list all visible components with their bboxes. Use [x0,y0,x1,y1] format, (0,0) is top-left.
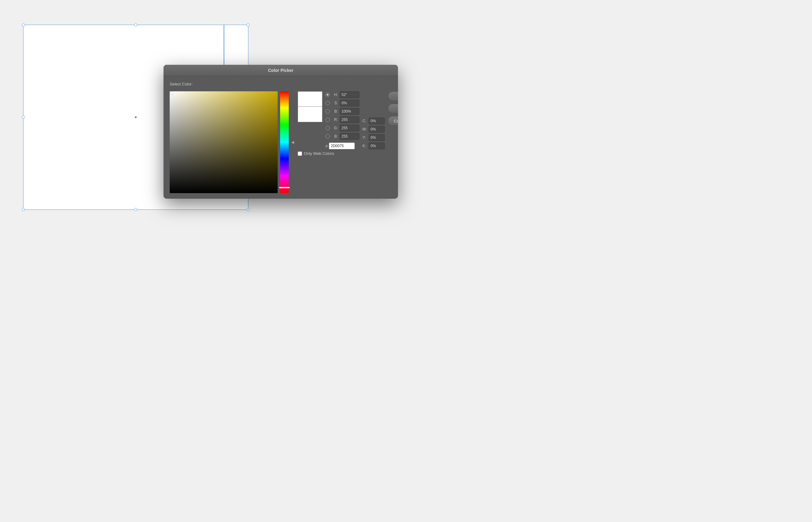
k-input[interactable] [369,142,385,149]
preview-section [298,91,322,122]
handle-bc[interactable] [134,208,137,211]
b2-input[interactable] [340,133,360,140]
hsb-rgb-fields: H: S: B: [325,91,360,149]
radio-g[interactable] [325,126,330,130]
cmyk-row-k: K: [363,142,385,149]
handle-br[interactable] [246,208,249,211]
select-color-label: Select Color: [170,82,392,86]
handle-tc[interactable] [134,23,137,26]
buttons-section: OK Cancel Color Swatches [388,91,398,126]
spectrum-cursor [279,187,290,188]
cmyk-row-y: Y: [363,134,385,141]
handle-tr[interactable] [246,23,249,26]
m-input[interactable] [369,126,385,133]
radio-h[interactable] [325,93,330,97]
dialog-titlebar: Color Picker [163,65,398,76]
dialog-body: Select Color: ◀ [163,76,398,199]
gradient-picker[interactable] [170,91,278,193]
radio-s[interactable] [325,101,330,105]
fields-and-cmyk: H: S: B: [325,91,385,149]
field-row-h: H: [325,91,360,98]
color-swatches-button[interactable]: Color Swatches [388,116,398,126]
cmyk-fields: C: M: Y: [363,91,385,149]
field-row-b2: B: [325,133,360,140]
y-input[interactable] [369,134,385,141]
radio-b2[interactable] [325,134,330,139]
right-top: H: S: B: [298,91,398,149]
spectrum-bar[interactable] [280,91,289,193]
picker-left: ◀ [170,91,294,193]
bottom-row: Only Web Colors [298,151,398,156]
spectrum-arrow-icon: ◀ [291,140,294,144]
handle-bl[interactable] [22,208,25,211]
field-row-r: R: [325,116,360,123]
handle-tl[interactable] [22,23,25,26]
hex-input[interactable] [329,142,355,149]
swatch-current [298,107,322,122]
m-label: M: [363,127,367,132]
canvas-area [0,0,812,522]
picker-main: ◀ [170,91,392,193]
r-input[interactable] [340,116,360,123]
field-row-g: G: [325,125,360,132]
cancel-button[interactable]: Cancel [388,104,398,114]
c-input[interactable] [369,118,385,124]
s-label: S: [332,101,338,105]
only-web-colors-label: Only Web Colors [304,151,334,156]
gradient-canvas[interactable] [170,91,278,193]
field-row-s: S: [325,100,360,106]
field-row-b: B: [325,108,360,115]
c-label: C: [363,119,367,123]
picker-right: H: S: B: [298,91,398,156]
cmyk-row-c: C: [363,118,385,124]
cmyk-row-m: M: [363,126,385,133]
center-dot [135,116,137,118]
dialog-title: Color Picker [268,68,293,73]
b2-label: B: [332,134,338,139]
hex-hash: # [325,144,328,148]
only-web-colors-checkbox[interactable] [298,152,302,156]
swatch-new [298,91,322,107]
hex-row: # [325,142,360,149]
k-label: K: [363,144,367,148]
gradient-cursor [170,92,173,95]
r-label: R: [332,118,338,122]
h-label: H: [332,93,338,97]
b-input[interactable] [340,108,360,115]
s-input[interactable] [340,100,360,106]
spectrum-arrow-container: ◀ [291,91,294,193]
handle-ml[interactable] [22,116,25,119]
radio-b[interactable] [325,109,330,114]
y-label: Y: [363,136,367,140]
b-label: B: [332,109,338,114]
ok-button[interactable]: OK [388,91,398,101]
g-label: G: [332,126,338,130]
color-picker-dialog: Color Picker Select Color: ◀ [163,65,398,199]
h-input[interactable] [340,91,360,98]
radio-r[interactable] [325,118,330,122]
g-input[interactable] [340,125,360,132]
only-web-colors-wrapper[interactable]: Only Web Colors [298,151,334,156]
